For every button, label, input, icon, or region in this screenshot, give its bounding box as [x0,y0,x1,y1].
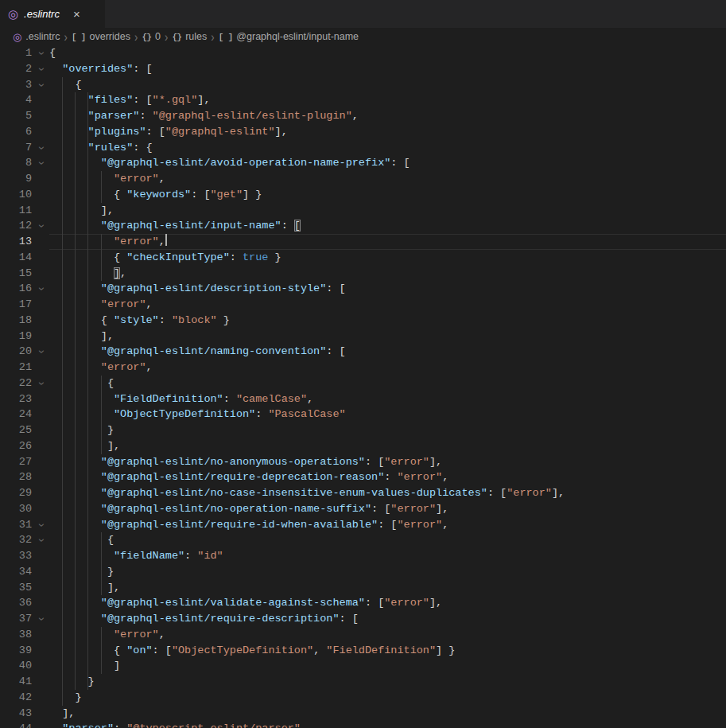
code-content[interactable]: ], [49,266,726,282]
code-content[interactable]: "ObjectTypeDefinition": "PascalCase" [49,407,726,422]
code-content[interactable]: "error", [49,297,726,313]
code-content[interactable]: "parser": "@typescript-eslint/parser" [49,721,726,728]
fold-chevron-icon[interactable]: › [32,611,49,627]
code-line-20[interactable]: 20›"@graphql-eslint/naming-convention": … [0,344,726,360]
code-line-25[interactable]: 25} [0,422,726,438]
fold-chevron-icon[interactable]: › [32,140,49,156]
code-line-15[interactable]: 15], [0,266,726,282]
fold-chevron-icon[interactable]: › [32,376,49,391]
code-content[interactable]: "@graphql-eslint/require-description": [ [49,611,726,627]
code-line-27[interactable]: 27"@graphql-eslint/no-anonymous-operatio… [0,454,726,470]
code-content[interactable]: "@graphql-eslint/require-deprecation-rea… [49,469,726,485]
fold-chevron-icon[interactable]: › [32,281,49,297]
code-line-35[interactable]: 35], [0,580,726,596]
code-line-14[interactable]: 14{ "checkInputType": true } [0,250,726,266]
code-line-30[interactable]: 30"@graphql-eslint/no-operation-name-suf… [0,501,726,517]
code-content[interactable]: "error", [49,171,726,187]
code-editor[interactable]: 1›{2›"overrides": [3›{4"files": ["*.gql"… [0,45,726,728]
code-content[interactable]: "overrides": [ [49,61,726,77]
code-content[interactable]: { [49,376,726,391]
code-line-40[interactable]: 40] [0,658,726,674]
fold-chevron-icon[interactable]: › [32,344,49,360]
code-line-44[interactable]: 44"parser": "@typescript-eslint/parser" [0,721,726,728]
code-line-24[interactable]: 24"ObjectTypeDefinition": "PascalCase" [0,407,726,422]
fold-chevron-icon[interactable]: › [32,532,49,548]
breadcrumb-item-0[interactable]: {}0 [142,31,161,42]
code-line-34[interactable]: 34} [0,564,726,580]
breadcrumb-item-rules[interactable]: {}rules [172,31,207,42]
code-content[interactable]: "plugins": ["@graphql-eslint"], [49,124,726,140]
code-content[interactable]: "parser": "@graphql-eslint/eslint-plugin… [49,108,726,124]
code-line-39[interactable]: 39{ "on": ["ObjectTypeDefinition", "Fiel… [0,643,726,659]
code-content[interactable]: "FieldDefinition": "camelCase", [49,391,726,407]
code-line-21[interactable]: 21"error", [0,360,726,376]
fold-chevron-icon[interactable]: › [32,77,49,93]
code-line-18[interactable]: 18{ "style": "block" } [0,313,726,329]
code-line-26[interactable]: 26], [0,438,726,454]
code-line-43[interactable]: 43], [0,706,726,722]
code-content[interactable]: "fieldName": "id" [49,548,726,564]
code-content[interactable]: "@graphql-eslint/no-operation-name-suffi… [49,501,726,517]
code-line-12[interactable]: 12›"@graphql-eslint/input-name": [ [0,218,726,234]
code-content[interactable]: { "checkInputType": true } [49,250,726,266]
code-line-38[interactable]: 38"error", [0,627,726,643]
fold-chevron-icon[interactable]: › [32,45,49,61]
code-content[interactable]: { "on": ["ObjectTypeDefinition", "FieldD… [49,643,726,659]
code-content[interactable]: ], [49,706,726,722]
code-line-7[interactable]: 7›"rules": { [0,140,726,156]
code-content[interactable]: } [49,564,726,580]
code-line-6[interactable]: 6"plugins": ["@graphql-eslint"], [0,124,726,140]
code-line-1[interactable]: 1›{ [0,45,726,61]
code-line-32[interactable]: 32›{ [0,532,726,548]
code-line-23[interactable]: 23"FieldDefinition": "camelCase", [0,391,726,407]
code-content[interactable]: "rules": { [49,140,726,156]
code-line-31[interactable]: 31›"@graphql-eslint/require-id-when-avai… [0,517,726,533]
breadcrumb-item-overrides[interactable]: [ ]overrides [72,31,130,42]
code-line-17[interactable]: 17"error", [0,297,726,313]
code-line-22[interactable]: 22›{ [0,376,726,391]
code-content[interactable]: "error", [49,234,726,250]
code-line-28[interactable]: 28"@graphql-eslint/require-deprecation-r… [0,469,726,485]
code-content[interactable]: ], [49,203,726,219]
code-content[interactable]: "@graphql-eslint/validate-against-schema… [49,595,726,611]
code-content[interactable]: "error", [49,627,726,643]
code-line-37[interactable]: 37›"@graphql-eslint/require-description"… [0,611,726,627]
fold-chevron-icon[interactable]: › [32,517,49,533]
tab-eslintrc[interactable]: ◎ .eslintrc × [0,0,105,28]
code-content[interactable]: "@graphql-eslint/no-anonymous-operations… [49,454,726,470]
code-line-11[interactable]: 11], [0,203,726,219]
code-line-36[interactable]: 36"@graphql-eslint/validate-against-sche… [0,595,726,611]
fold-chevron-icon[interactable]: › [32,155,49,171]
close-icon[interactable]: × [73,8,80,20]
code-content[interactable]: { "keywords": ["get"] } [49,187,726,203]
code-content[interactable]: "files": ["*.gql"], [49,92,726,108]
code-content[interactable]: } [49,690,726,706]
code-line-2[interactable]: 2›"overrides": [ [0,61,726,77]
code-content[interactable]: "@graphql-eslint/avoid-operation-name-pr… [49,155,726,171]
code-line-8[interactable]: 8›"@graphql-eslint/avoid-operation-name-… [0,155,726,171]
code-content[interactable]: "@graphql-eslint/no-case-insensitive-enu… [49,485,726,501]
code-content[interactable]: } [49,422,726,438]
code-line-4[interactable]: 4"files": ["*.gql"], [0,92,726,108]
code-content[interactable]: "@graphql-eslint/require-id-when-availab… [49,517,726,533]
code-content[interactable]: ] [49,658,726,674]
breadcrumb-item--eslintrc[interactable]: ◎.eslintrc [13,31,60,42]
code-line-42[interactable]: 42} [0,690,726,706]
code-line-10[interactable]: 10{ "keywords": ["get"] } [0,187,726,203]
code-line-9[interactable]: 9"error", [0,171,726,187]
code-line-13[interactable]: 13"error", [0,234,726,250]
code-content[interactable]: ], [49,438,726,454]
code-content[interactable]: "@graphql-eslint/naming-convention": [ [49,344,726,360]
code-content[interactable]: ], [49,329,726,345]
code-content[interactable]: "@graphql-eslint/input-name": [ [49,218,726,234]
code-line-19[interactable]: 19], [0,329,726,345]
fold-chevron-icon[interactable]: › [32,218,49,234]
code-line-29[interactable]: 29"@graphql-eslint/no-case-insensitive-e… [0,485,726,501]
fold-chevron-icon[interactable]: › [32,61,49,77]
code-line-41[interactable]: 41} [0,674,726,690]
code-content[interactable]: { "style": "block" } [49,313,726,329]
code-content[interactable]: } [49,674,726,690]
code-content[interactable]: { [49,77,726,93]
code-line-16[interactable]: 16›"@graphql-eslint/description-style": … [0,281,726,297]
code-content[interactable]: "@graphql-eslint/description-style": [ [49,281,726,297]
